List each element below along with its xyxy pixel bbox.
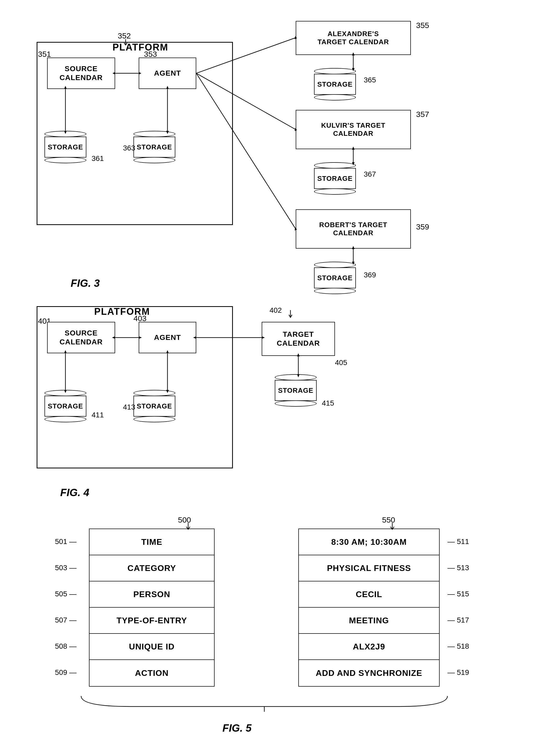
ref-359: 359 [416,222,429,231]
storage-363: STORAGE [134,131,175,163]
target-calendar-box-4: TARGET CALENDAR [262,322,335,356]
source-calendar-label-3: SOURCE CALENDAR [59,64,103,82]
platform-label-3: PLATFORM [113,42,168,53]
storage-369: STORAGE [314,262,356,294]
brace-svg [79,693,450,714]
cylinder-body-413: STORAGE [134,395,175,417]
arrow-402 [288,310,293,320]
ref-right-519: — 519 [445,659,469,686]
ref-365: 365 [364,76,376,84]
cylinder-bottom-365 [314,94,356,100]
ref-right-511: — 511 [445,529,469,555]
ref-right-517: — 517 [445,607,469,633]
cylinder-top-361 [44,131,86,137]
cylinder-body-361: STORAGE [44,137,86,158]
ref-352: 352 [118,32,131,40]
right-row-511: 8:30 AM; 10:30AM [299,529,439,555]
cylinder-body-365: STORAGE [314,74,356,95]
ref-right-515: — 515 [445,581,469,607]
ref-right-513: — 513 [445,555,469,581]
left-row-503: CATEGORY [89,555,214,582]
cylinder-top-415 [275,374,317,381]
target-calendar-label-4: TARGET CALENDAR [277,330,320,347]
ref-411: 411 [92,411,104,419]
storage-367: STORAGE [314,162,356,195]
cylinder-bottom-413 [134,416,175,422]
left-row-501: TIME [89,529,214,555]
fig4-diagram: PLATFORM 401 SOURCE CALENDAR 403 AGENT S… [21,293,531,508]
ref-right-518: — 518 [445,633,469,659]
arrow-352 [123,39,128,48]
table-left-fig5: TIMECATEGORYPERSONTYPE-OF-ENTRYUNIQUE ID… [89,529,215,687]
ref-357: 357 [416,110,429,119]
right-row-518: ALX2J9 [299,634,439,660]
ref-351: 351 [38,50,51,59]
agent-box-3: AGENT [139,58,196,89]
source-calendar-box-3: SOURCE CALENDAR [47,58,115,89]
fig3-diagram: PLATFORM 352 351 SOURCE CALENDAR 353 AGE… [21,16,531,293]
cylinder-top-413 [134,390,175,396]
ref-363: 363 [123,144,135,152]
robert-target-calendar: ROBERT'S TARGET CALENDAR [296,209,411,249]
left-row-508: UNIQUE ID [89,634,214,660]
fig4-label: FIG. 4 [60,487,89,499]
storage-365: STORAGE [314,68,356,100]
storage-411: STORAGE [44,390,86,422]
fig5-label: FIG. 5 [222,722,252,734]
cylinder-top-367 [314,162,356,168]
ref-369: 369 [364,271,376,279]
ref-367: 367 [364,170,376,179]
cylinder-body-411: STORAGE [44,395,86,417]
ref-353: 353 [144,50,157,59]
agent-label-4: AGENT [154,333,181,342]
source-calendar-label-4: SOURCE CALENDAR [59,329,103,346]
ref-413: 413 [123,403,135,411]
ref-355: 355 [416,21,429,30]
storage-361: STORAGE [44,131,86,163]
cylinder-body-369: STORAGE [314,267,356,288]
right-row-517: MEETING [299,608,439,634]
ref-left-501: 501 — [55,529,79,555]
cylinder-bottom-367 [314,188,356,195]
cylinder-bottom-363 [134,157,175,163]
robert-label: ROBERT'S TARGET CALENDAR [319,221,387,237]
ref-405: 405 [335,359,347,367]
cylinder-bottom-415 [275,400,317,407]
cylinder-body-367: STORAGE [314,168,356,189]
kulvir-label: KULVIR'S TARGET CALENDAR [321,121,385,138]
ref-403: 403 [134,314,146,323]
ref-left-503: 503 — [55,555,79,581]
cylinder-bottom-361 [44,157,86,163]
right-row-519: ADD AND SYNCHRONIZE [299,660,439,686]
storage-413: STORAGE [134,390,175,422]
cylinder-top-411 [44,390,86,396]
cylinder-top-363 [134,131,175,137]
ref-left-508: 508 — [55,633,79,659]
table-right-fig5: 8:30 AM; 10:30AMPHYSICAL FITNESSCECILMEE… [298,529,440,687]
left-row-507: TYPE-OF-ENTRY [89,608,214,634]
cylinder-body-415: STORAGE [275,380,317,401]
fig5-diagram: 500 550 TIMECATEGORYPERSONTYPE-OF-ENTRYU… [21,508,531,743]
kulvir-target-calendar: KULVIR'S TARGET CALENDAR [296,110,411,149]
agent-label-3: AGENT [154,69,181,78]
cylinder-top-365 [314,68,356,74]
ref-415: 415 [322,399,334,407]
fig3-label: FIG. 3 [71,277,100,289]
alexandre-label: ALEXANDRE'S TARGET CALENDAR [317,30,389,46]
ref-left-509: 509 — [55,659,79,686]
ref-left-505: 505 — [55,581,79,607]
cylinder-body-363: STORAGE [134,137,175,158]
left-row-509: ACTION [89,660,214,686]
right-row-513: PHYSICAL FITNESS [299,555,439,582]
cylinder-top-369 [314,262,356,268]
left-row-505: PERSON [89,582,214,608]
agent-box-4: AGENT [139,322,196,353]
storage-415: STORAGE [275,374,317,407]
alexandre-target-calendar: ALEXANDRE'S TARGET CALENDAR [296,21,411,55]
ref-402: 402 [269,306,282,314]
ref-361: 361 [92,155,104,163]
ref-left-507: 507 — [55,607,79,633]
source-calendar-box-4: SOURCE CALENDAR [47,322,115,353]
cylinder-bottom-411 [44,416,86,422]
right-row-515: CECIL [299,582,439,608]
